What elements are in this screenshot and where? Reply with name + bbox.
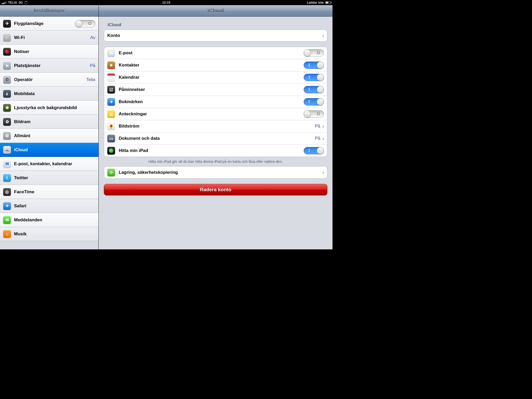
sidebar-item-label: Flygplansläge — [14, 21, 75, 26]
sidebar-item-mobildata[interactable]: ⍋Mobildata — [0, 87, 98, 101]
sidebar-item-label: Ljusstyrka och bakgrundsbild — [14, 105, 95, 110]
sidebar-item-value: Av — [90, 35, 95, 40]
service-row-hitta-min-ipad[interactable]: Hitta min iPad — [104, 145, 327, 157]
service-row-e-post[interactable]: ✉E-post — [104, 47, 327, 59]
sidebar-item-facetime[interactable]: ◎FaceTime — [0, 185, 98, 199]
sidebar-title: Inställningar — [34, 8, 65, 14]
settings-sidebar: Inställningar ✈Flygplansläge⚡Wi-FiAvNoti… — [0, 5, 99, 249]
sidebar-item-bildram[interactable]: ✿Bildram — [0, 115, 98, 129]
service-label: E-post — [119, 50, 304, 56]
network-label: 3G — [19, 1, 23, 4]
sidebar-item-e-post-kontakter-kalendrar[interactable]: ✉E-post, kontakter, kalendrar — [0, 157, 98, 171]
toggle[interactable] — [304, 110, 324, 118]
service-row-kontakter[interactable]: ☻Kontakter — [104, 59, 327, 71]
sidebar-item-label: Notiser — [14, 49, 95, 54]
service-row-p-minnelser[interactable]: ☑Påminnelser — [104, 84, 327, 96]
twitter-icon: t — [3, 174, 11, 182]
section-header-icloud: iCloud — [104, 17, 327, 30]
delete-account-button[interactable]: Radera konto — [104, 184, 327, 195]
bright-icon: ❀ — [3, 104, 11, 112]
op-icon: ✆ — [3, 76, 11, 84]
delete-account-label: Radera konto — [200, 187, 231, 192]
sidebar-item-value: Telia — [86, 77, 95, 82]
service-row-bildstr-m[interactable]: 🌻BildströmPå› — [104, 120, 327, 132]
sidebar-item-flygplansl-ge[interactable]: ✈Flygplansläge — [0, 17, 98, 31]
music-icon: ♫ — [3, 230, 11, 238]
sidebar-item-platstj-nster[interactable]: ➤PlatstjänsterPå — [0, 59, 98, 73]
service-value: På — [315, 136, 320, 141]
toggle[interactable] — [304, 62, 324, 69]
service-label: Dokument och data — [119, 136, 315, 141]
mail-icon: ✉ — [107, 49, 115, 57]
sidebar-item-label: Allmänt — [14, 133, 95, 138]
service-row-dokument-och-data[interactable]: ▭Dokument och dataPå› — [104, 132, 327, 145]
sidebar-item-label: Musik — [14, 231, 95, 237]
cal-icon — [107, 74, 115, 81]
frame-icon: ✿ — [3, 118, 11, 126]
icloud-icon: ☁ — [3, 146, 11, 154]
sidebar-item-ljusstyrka-och-bakgrundsbild[interactable]: ❀Ljusstyrka och bakgrundsbild — [0, 101, 98, 115]
photo-icon: 🌻 — [107, 122, 115, 130]
account-row[interactable]: Konto › — [104, 30, 327, 41]
doc-icon: ▭ — [107, 135, 115, 142]
activity-spinner-icon — [24, 1, 28, 4]
service-row-bokm-rken[interactable]: ✦Bokmärken — [104, 96, 327, 108]
sidebar-item-label: iCloud — [14, 147, 95, 152]
sidebar-item-musik[interactable]: ♫Musik — [0, 227, 98, 241]
account-label: Konto — [107, 33, 320, 38]
toggle[interactable] — [304, 147, 324, 154]
rem-icon: ☑ — [107, 86, 115, 94]
toggle[interactable] — [304, 49, 324, 57]
charging-label: Laddar inte — [307, 1, 324, 4]
chevron-right-icon: › — [322, 124, 324, 129]
clock: 12:15 — [162, 1, 170, 4]
safari-icon: ✦ — [3, 202, 11, 210]
sidebar-item-notiser[interactable]: Notiser — [0, 45, 98, 59]
sidebar-item-safari[interactable]: ✦Safari — [0, 199, 98, 213]
sidebar-item-meddelanden[interactable]: ✉Meddelanden — [0, 213, 98, 227]
sidebar-item-twitter[interactable]: tTwitter — [0, 171, 98, 185]
chevron-right-icon: › — [322, 33, 324, 38]
sidebar-item-wi-fi[interactable]: ⚡Wi-FiAv — [0, 31, 98, 45]
battery-icon — [325, 1, 331, 4]
wifi-icon: ⚡ — [3, 34, 11, 42]
facetime-icon: ◎ — [3, 188, 11, 196]
sidebar-item-allm-nt[interactable]: ⚙Allmänt — [0, 129, 98, 143]
service-label: Bokmärken — [119, 99, 304, 104]
service-label: Kalendrar — [119, 75, 304, 80]
mail-icon: ✉ — [3, 160, 11, 168]
sidebar-item-label: E-post, kontakter, kalendrar — [14, 161, 95, 167]
service-row-anteckningar[interactable]: ≣Anteckningar — [104, 108, 327, 120]
find-my-ipad-footer: Hitta min iPad gör att du kan hitta denn… — [104, 157, 327, 166]
service-row-kalendrar[interactable]: Kalendrar — [104, 71, 327, 84]
sidebar-item-label: Twitter — [14, 175, 95, 181]
cell-icon: ⍋ — [3, 90, 11, 98]
safari2-icon: ✦ — [107, 98, 115, 106]
detail-pane: iCloud iCloud Konto › ✉E-post☻KontakterK… — [99, 5, 332, 249]
service-label: Hitta min iPad — [119, 148, 304, 153]
general-icon: ⚙ — [3, 132, 11, 140]
signal-icon — [2, 1, 6, 4]
notif-icon — [3, 48, 11, 56]
toggle[interactable] — [304, 98, 324, 105]
toggle[interactable] — [304, 74, 324, 81]
sidebar-item-operat-r[interactable]: ✆OperatörTelia — [0, 73, 98, 87]
service-value: På — [315, 124, 320, 129]
toggle[interactable] — [304, 86, 324, 93]
sidebar-item-label: Wi-Fi — [14, 35, 90, 40]
storage-group: ⟳ Lagring, säkerhetskopiering › — [104, 166, 327, 179]
service-label: Bildström — [119, 124, 315, 129]
chevron-right-icon: › — [322, 136, 324, 141]
detail-title: iCloud — [208, 8, 224, 14]
sidebar-item-label: Meddelanden — [14, 217, 95, 223]
sidebar-list[interactable]: ✈Flygplansläge⚡Wi-FiAvNotiser➤Platstjäns… — [0, 17, 98, 249]
sidebar-item-icloud[interactable]: ☁iCloud — [0, 143, 98, 157]
storage-row[interactable]: ⟳ Lagring, säkerhetskopiering › — [104, 167, 327, 178]
services-group: ✉E-post☻KontakterKalendrar☑Påminnelser✦B… — [104, 47, 327, 157]
sidebar-item-label: Operatör — [14, 77, 86, 82]
sidebar-item-label: Mobildata — [14, 91, 95, 96]
carrier-label: TELIA — [8, 1, 17, 4]
loc-icon: ➤ — [3, 62, 11, 70]
toggle[interactable] — [75, 20, 95, 27]
service-label: Påminnelser — [119, 87, 304, 92]
